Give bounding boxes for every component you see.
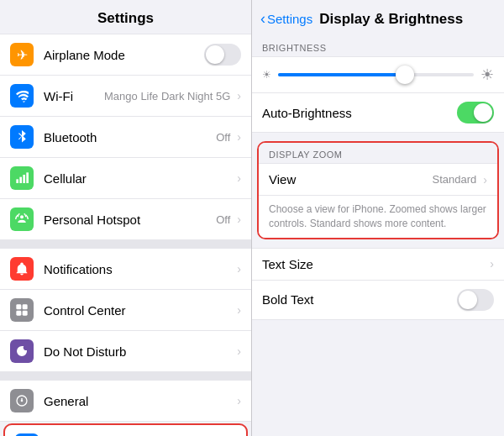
- settings-item-notifications[interactable]: Notifications ›: [0, 249, 251, 290]
- group-divider-2: [0, 372, 251, 381]
- brightness-section-label: BRIGHTNESS: [252, 34, 504, 56]
- settings-item-airplane[interactable]: ✈ Airplane Mode: [0, 34, 251, 76]
- settings-item-bluetooth[interactable]: Bluetooth Off ›: [0, 117, 251, 158]
- settings-item-dnd[interactable]: Do Not Disturb ›: [0, 331, 251, 372]
- svg-rect-8: [23, 311, 28, 316]
- airplane-label: Airplane Mode: [44, 48, 204, 62]
- general-icon: [10, 389, 34, 412]
- bold-text-row[interactable]: Bold Text: [252, 281, 504, 320]
- back-button[interactable]: ‹ Settings: [260, 10, 312, 28]
- svg-rect-1: [19, 177, 22, 183]
- svg-rect-7: [16, 311, 21, 316]
- brightness-slider[interactable]: [278, 73, 474, 76]
- text-size-chevron: ›: [490, 257, 494, 271]
- svg-point-4: [20, 215, 24, 218]
- hotspot-sublabel: Off: [216, 213, 230, 226]
- settings-item-cellular[interactable]: Cellular ›: [0, 158, 251, 199]
- cellular-chevron: ›: [237, 171, 241, 185]
- settings-group-3: General › AA Display & Brightness › Wall…: [0, 381, 251, 436]
- bold-text-label: Bold Text: [262, 292, 457, 307]
- settings-group-1: ✈ Airplane Mode Wi-Fi Mango Life Dark Ni…: [0, 34, 251, 240]
- brightness-row[interactable]: ☀ ☀: [252, 56, 504, 93]
- right-title: Display & Brightness: [319, 11, 463, 28]
- text-size-row[interactable]: Text Size ›: [252, 248, 504, 281]
- cellular-label: Cellular: [44, 171, 234, 186]
- hotspot-label: Personal Hotspot: [44, 213, 216, 227]
- bold-text-toggle[interactable]: [457, 289, 494, 311]
- airplane-toggle[interactable]: [204, 44, 241, 66]
- zoom-description: Choose a view for iPhone. Zoomed shows l…: [259, 196, 497, 238]
- wifi-label: Wi-Fi: [44, 89, 104, 103]
- hotspot-chevron: ›: [237, 213, 241, 226]
- zoom-view-value: Standard: [433, 173, 477, 186]
- bluetooth-icon: [10, 125, 34, 149]
- dnd-chevron: ›: [237, 344, 241, 358]
- wifi-chevron: ›: [237, 89, 241, 102]
- brightness-thumb: [396, 66, 414, 84]
- right-panel: ‹ Settings Display & Brightness BRIGHTNE…: [252, 0, 504, 436]
- control-chevron: ›: [237, 303, 241, 317]
- notifications-label: Notifications: [44, 262, 234, 276]
- bluetooth-sublabel: Off: [216, 131, 230, 144]
- bluetooth-chevron: ›: [237, 130, 241, 144]
- control-icon: [10, 298, 34, 322]
- auto-brightness-label: Auto-Brightness: [262, 106, 457, 120]
- zoom-view-chevron: ›: [483, 173, 487, 186]
- auto-brightness-row[interactable]: Auto-Brightness: [252, 93, 504, 133]
- settings-item-hotspot[interactable]: Personal Hotspot Off ›: [0, 199, 251, 240]
- dnd-icon: [10, 339, 34, 363]
- text-size-label: Text Size: [262, 257, 486, 271]
- right-content: BRIGHTNESS ☀ ☀ Auto-Brightness DISPLAY Z…: [252, 34, 504, 436]
- general-chevron: ›: [237, 394, 241, 407]
- svg-rect-0: [16, 179, 18, 183]
- left-panel: Settings ✈ Airplane Mode Wi-Fi Mango Lif…: [0, 0, 252, 436]
- zoom-section: DISPLAY ZOOM View Standard › Choose a vi…: [257, 141, 499, 239]
- brightness-low-icon: ☀: [262, 69, 271, 81]
- notifications-icon: [10, 257, 34, 281]
- zoom-section-label: DISPLAY ZOOM: [259, 143, 497, 164]
- right-header: ‹ Settings Display & Brightness: [252, 0, 504, 34]
- settings-list: ✈ Airplane Mode Wi-Fi Mango Life Dark Ni…: [0, 34, 251, 436]
- back-label: Settings: [267, 12, 312, 26]
- settings-item-wifi[interactable]: Wi-Fi Mango Life Dark Night 5G ›: [0, 76, 251, 117]
- wifi-icon: [10, 84, 34, 108]
- cellular-icon: [10, 166, 34, 190]
- svg-rect-2: [23, 175, 25, 183]
- left-header: Settings: [0, 0, 251, 34]
- zoom-view-label: View: [269, 172, 433, 186]
- settings-item-control[interactable]: Control Center ›: [0, 290, 251, 331]
- dnd-label: Do Not Disturb: [44, 344, 234, 359]
- general-label: General: [44, 394, 234, 408]
- svg-rect-6: [23, 304, 28, 309]
- group-divider-1: [0, 240, 251, 249]
- settings-group-2: Notifications › Control Center › Do Not …: [0, 249, 251, 372]
- airplane-icon: ✈: [10, 43, 34, 66]
- settings-item-display[interactable]: AA Display & Brightness ›: [3, 423, 248, 436]
- auto-brightness-toggle[interactable]: [457, 102, 494, 123]
- wifi-sublabel: Mango Life Dark Night 5G: [104, 90, 230, 102]
- notifications-chevron: ›: [237, 262, 241, 276]
- control-label: Control Center: [44, 303, 234, 318]
- zoom-view-row[interactable]: View Standard ›: [259, 164, 497, 196]
- back-chevron-icon: ‹: [260, 10, 265, 28]
- bluetooth-label: Bluetooth: [44, 130, 216, 144]
- brightness-fill: [278, 73, 405, 76]
- svg-rect-5: [16, 304, 21, 309]
- settings-item-general[interactable]: General ›: [0, 381, 251, 422]
- brightness-high-icon: ☀: [480, 66, 494, 84]
- svg-rect-3: [26, 172, 29, 183]
- hotspot-icon: [10, 207, 34, 231]
